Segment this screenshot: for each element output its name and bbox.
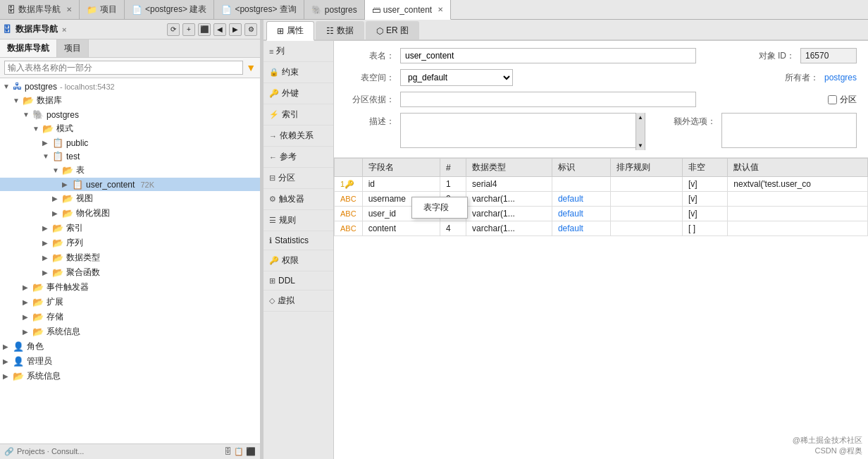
tab-nav-close[interactable]: ✕	[66, 6, 72, 13]
tree-item-sysinfo2[interactable]: ▶ 📂 系统信息	[0, 369, 260, 384]
side-item-partitions[interactable]: ⊟ 分区	[264, 168, 333, 189]
side-item-indexes[interactable]: ⚡ 索引	[264, 104, 333, 126]
row2-identity-link[interactable]: default	[558, 194, 583, 204]
side-item-triggers[interactable]: ⚙ 触发器	[264, 189, 333, 210]
tree-item-admins[interactable]: ▶ 👤 管理员	[0, 354, 260, 369]
subtab-data[interactable]: ☷ 数据	[316, 21, 364, 39]
tree-arrow-matviews: ▶	[52, 209, 62, 217]
tree-label-eventtriggers: 事件触发器	[46, 281, 89, 293]
row2-notnull: [v]	[683, 192, 728, 207]
tablespace-select[interactable]: pg_default	[400, 69, 513, 86]
table-name-input[interactable]	[400, 48, 696, 63]
collapse-btn[interactable]: ⬛	[198, 23, 211, 36]
tree-label-admins: 管理员	[27, 355, 52, 367]
left-tab-db[interactable]: 数据库导航	[0, 39, 57, 57]
tab-nav[interactable]: 🗄 数据库导航 ✕	[0, 0, 80, 19]
tree-label-sequences: 序列	[66, 237, 83, 249]
tab-user-content-close[interactable]: ✕	[438, 6, 443, 13]
tree-item-user-content[interactable]: ▶ 📋 user_content 72K	[0, 178, 260, 191]
desc-textarea[interactable]	[400, 113, 645, 148]
row1-identity	[552, 177, 610, 192]
form-table-container: 表名： 对象 ID： 16570 表空间：	[334, 41, 868, 459]
tree-server-host: - localhost:5432	[60, 82, 115, 91]
tree-item-eventtriggers[interactable]: ▶ 📂 事件触发器	[0, 280, 260, 295]
partition-input[interactable]	[400, 92, 696, 107]
tab-postgres[interactable]: 🐘 postgres	[304, 0, 365, 19]
user-content-table-icon: 📋	[72, 179, 83, 190]
row4-identity-link[interactable]: default	[558, 224, 583, 233]
side-item-virtual[interactable]: ◇ 虚拟	[264, 290, 333, 312]
tree-item-test[interactable]: ▼ 📋 test	[0, 149, 260, 163]
tree-label-extensions: 扩展	[46, 296, 63, 308]
tree-item-datatypes[interactable]: ▶ 📂 数据类型	[0, 250, 260, 265]
row4-icon: ABC	[335, 221, 363, 236]
desc-scrollbar-up[interactable]: ▲	[636, 113, 645, 121]
settings-btn[interactable]: ⚙	[244, 23, 257, 36]
side-item-deps[interactable]: → 依赖关系	[264, 126, 333, 147]
tab-project[interactable]: 📁 项目	[80, 0, 125, 19]
extra-box	[721, 113, 857, 148]
tree-item-indexes[interactable]: ▶ 📂 索引	[0, 221, 260, 235]
watermark-line2: CSDN @程奥	[793, 446, 862, 456]
tree-item-roles[interactable]: ▶ 👤 角色	[0, 339, 260, 354]
tree-item-views[interactable]: ▶ 📂 视图	[0, 191, 260, 206]
tree-item-extensions[interactable]: ▶ 📂 扩展	[0, 295, 260, 310]
row4-type: varchar(1...	[466, 221, 552, 236]
side-item-privileges[interactable]: 🔑 权限	[264, 250, 333, 271]
tab-user-content[interactable]: 🗃 user_content ✕	[365, 0, 451, 20]
aggfuncs-icon: 📂	[52, 267, 63, 278]
tree-item-postgres-server[interactable]: ▼ 🖧 postgres - localhost:5432	[0, 80, 260, 93]
search-input[interactable]	[4, 61, 243, 75]
col-header-notnull: 非空	[683, 159, 728, 177]
tree-item-schemas[interactable]: ▼ 📂 模式	[0, 121, 260, 136]
desc-scrollbar-down[interactable]: ▼	[636, 142, 645, 150]
partition-chk-text: 分区	[840, 94, 857, 106]
table-row[interactable]: 1🔑 id 1 serial4 [v] nextval('test.user_c…	[335, 177, 868, 192]
forward-btn[interactable]: ▶	[229, 23, 242, 36]
refresh-btn[interactable]: ⟳	[167, 23, 180, 36]
side-item-ddl[interactable]: ⊞ DDL	[264, 271, 333, 290]
subtab-er[interactable]: ⬡ ER 图	[366, 21, 419, 39]
add-btn[interactable]: +	[182, 23, 195, 36]
owner-link[interactable]: postgres	[824, 73, 857, 82]
tree-label-server: postgres	[25, 82, 57, 92]
tree-item-sequences[interactable]: ▶ 📂 序列	[0, 235, 260, 250]
side-item-refs-label: 参考	[280, 151, 297, 163]
side-item-rules[interactable]: ☰ 规则	[264, 210, 333, 231]
side-item-refs[interactable]: ← 参考	[264, 147, 333, 168]
tree-label-indexes: 索引	[66, 222, 83, 234]
back-btn[interactable]: ◀	[213, 23, 226, 36]
col-header-icon	[335, 159, 363, 177]
tab-postgres-label: postgres	[325, 5, 357, 15]
table-row[interactable]: ABC content 4 varchar(1... default [ ]	[335, 221, 868, 236]
left-tab-project[interactable]: 项目	[57, 39, 89, 57]
side-item-fkeys[interactable]: 🔑 外键	[264, 83, 333, 104]
tab-query[interactable]: 📄 <postgres> 查询	[214, 0, 304, 19]
tree-label-datatypes: 数据类型	[66, 252, 100, 264]
side-item-indexes-label: 索引	[282, 109, 299, 121]
tree-item-tables-folder[interactable]: ▼ 📂 表	[0, 163, 260, 178]
row2-type: varchar(1...	[466, 192, 552, 207]
col-header-identity: 标识	[552, 159, 610, 177]
server-icon: 🖧	[13, 81, 22, 92]
row3-type: varchar(1...	[466, 207, 552, 221]
tab-create-table[interactable]: 📄 <postgres> 建表	[125, 0, 214, 19]
tree-item-postgres-db[interactable]: ▼ 🐘 postgres	[0, 108, 260, 121]
tree-item-storage[interactable]: ▶ 📂 存储	[0, 310, 260, 324]
side-item-constraints[interactable]: 🔒 约束	[264, 62, 333, 83]
roles-icon: 👤	[13, 341, 24, 352]
tree-item-matviews[interactable]: ▶ 📂 物化视图	[0, 206, 260, 221]
tree-item-public[interactable]: ▶ 📋 public	[0, 136, 260, 149]
tree-item-sysinfo[interactable]: ▶ 📂 系统信息	[0, 324, 260, 339]
tooltip-item-field[interactable]: 表字段	[412, 199, 467, 216]
side-item-statistics[interactable]: ℹ Statistics	[264, 231, 333, 250]
filter-icon[interactable]: ▼	[246, 62, 256, 73]
tree-arrow-roles: ▶	[3, 343, 13, 350]
partition-checkbox[interactable]	[828, 95, 837, 104]
tree-item-databases[interactable]: ▼ 📂 数据库	[0, 93, 260, 108]
row3-identity-link[interactable]: default	[558, 209, 583, 219]
subtab-properties[interactable]: ⊞ 属性	[266, 21, 314, 41]
tree-item-aggfuncs[interactable]: ▶ 📂 聚合函数	[0, 265, 260, 280]
admins-icon: 👤	[13, 356, 24, 367]
side-item-columns[interactable]: ≡ 列	[264, 41, 333, 62]
